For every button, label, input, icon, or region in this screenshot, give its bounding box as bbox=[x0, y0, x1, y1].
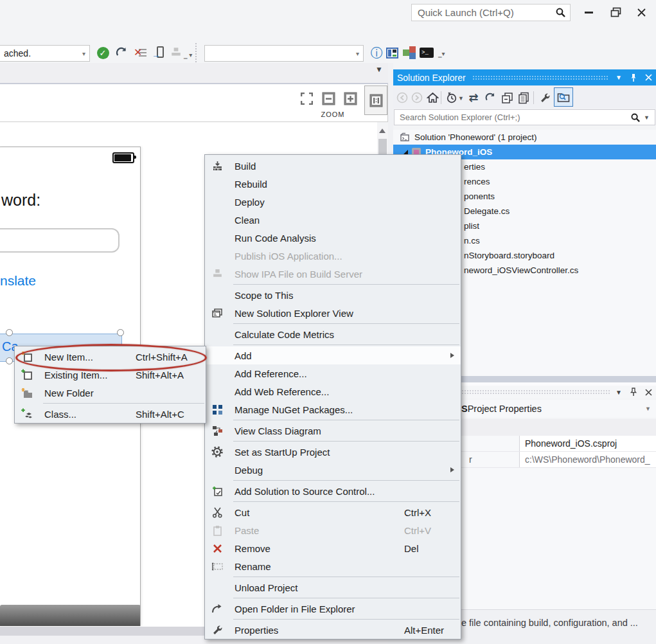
menu-separator bbox=[43, 403, 204, 404]
folder-magnifier-icon bbox=[557, 91, 570, 103]
search-icon[interactable] bbox=[555, 7, 566, 18]
property-value[interactable]: c:\WS\Phoneword\Phoneword_ bbox=[519, 452, 656, 467]
menu-item-cut[interactable]: Cut Ctrl+X bbox=[205, 503, 461, 521]
zoom-out-button[interactable] bbox=[320, 90, 337, 107]
close-icon[interactable] bbox=[645, 389, 652, 396]
submenu-arrow-icon bbox=[450, 353, 454, 358]
phone-text-field[interactable] bbox=[0, 228, 120, 253]
forward-icon[interactable] bbox=[410, 91, 424, 105]
show-all-files-icon[interactable] bbox=[517, 91, 531, 105]
selection-handle[interactable] bbox=[6, 357, 13, 364]
wrench-icon bbox=[211, 624, 223, 636]
sync-active-document-icon[interactable]: ⇄ bbox=[466, 91, 481, 105]
restore-button[interactable] bbox=[607, 5, 625, 19]
collapse-all-icon[interactable] bbox=[500, 91, 514, 105]
menu-separator bbox=[233, 344, 459, 345]
menu-item-add-web-reference[interactable]: Add Web Reference... bbox=[205, 382, 461, 400]
menu-item-open-folder[interactable]: Open Folder in File Explorer bbox=[205, 600, 461, 618]
menu-item-rebuild[interactable]: Rebuild bbox=[205, 175, 461, 193]
refresh-button[interactable] bbox=[114, 45, 129, 60]
menu-item-manage-nuget[interactable]: Manage NuGet Packages... bbox=[205, 400, 461, 418]
green-check-icon: ✓ bbox=[97, 47, 109, 59]
info-icon: ⓘ bbox=[371, 47, 383, 59]
clear-list-button[interactable]: ✕ bbox=[132, 45, 148, 60]
forms-designer-button[interactable] bbox=[384, 45, 400, 60]
menu-item-calculate-code-metrics[interactable]: Calculate Code Metrics bbox=[205, 325, 461, 343]
menu-item-scope-to-this[interactable]: Scope to This bbox=[205, 286, 461, 304]
submenu-item-new-folder[interactable]: New Folder bbox=[15, 384, 206, 402]
menu-item-set-as-startup[interactable]: Set as StartUp Project bbox=[205, 443, 461, 461]
solution-explorer-titlebar[interactable]: Solution Explorer ▼ bbox=[393, 69, 656, 85]
console-button[interactable]: >_ bbox=[419, 45, 434, 60]
preview-selected-items-button[interactable] bbox=[554, 87, 573, 107]
menu-item-deploy[interactable]: Deploy bbox=[205, 193, 461, 211]
refresh-icon[interactable] bbox=[483, 91, 497, 105]
info-button[interactable]: ⓘ bbox=[369, 45, 384, 60]
solution-explorer-search[interactable]: Search Solution Explorer (Ctrl+;) ▼ bbox=[394, 109, 655, 125]
toolbar-grip[interactable] bbox=[195, 42, 197, 63]
debug-target-combobox[interactable]: ached. ▾ bbox=[0, 45, 90, 62]
deploy-device-button[interactable]: → bbox=[150, 45, 166, 60]
expander-icon[interactable] bbox=[403, 150, 408, 154]
toolbar-overflow-button[interactable]: ‗ ▾ bbox=[184, 51, 192, 58]
phone-bottom-bar bbox=[0, 605, 141, 626]
menu-item-debug[interactable]: Debug bbox=[205, 461, 461, 479]
run-checks-button[interactable]: ✓ bbox=[95, 45, 111, 60]
menu-item-paste[interactable]: Paste Ctrl+V bbox=[205, 521, 461, 539]
menu-separator bbox=[233, 480, 459, 481]
menu-item-unload-project[interactable]: Unload Project bbox=[205, 578, 461, 596]
selection-handle[interactable] bbox=[6, 329, 13, 336]
properties-wrench-icon[interactable] bbox=[538, 91, 552, 105]
menu-item-add[interactable]: Add bbox=[205, 346, 461, 364]
quick-launch-box[interactable]: Quick Launch (Ctrl+Q) bbox=[411, 4, 571, 21]
back-icon[interactable] bbox=[395, 91, 409, 105]
zoom-in-button[interactable] bbox=[342, 90, 359, 107]
minimize-button[interactable] bbox=[580, 5, 598, 19]
toolbar-overflow-button-2[interactable]: ‗▾ bbox=[438, 50, 445, 57]
menu-item-remove[interactable]: Remove Del bbox=[205, 539, 461, 557]
chevron-down-icon[interactable]: ▼ bbox=[458, 95, 464, 102]
restore-icon bbox=[610, 7, 621, 18]
toolbar-separator bbox=[533, 91, 534, 104]
stamp-disabled-button[interactable] bbox=[168, 45, 184, 60]
menu-item-build[interactable]: Build bbox=[205, 157, 461, 175]
gear-icon bbox=[211, 446, 223, 458]
property-value[interactable]: Phoneword_iOS.csproj bbox=[519, 436, 656, 451]
menu-item-add-to-source-control[interactable]: Add Solution to Source Control... bbox=[205, 482, 461, 500]
close-button[interactable] bbox=[632, 5, 650, 19]
quick-launch-placeholder: Quick Launch (Ctrl+Q) bbox=[418, 7, 514, 18]
menu-item-new-solution-explorer-view[interactable]: New Solution Explorer View bbox=[205, 304, 461, 322]
menu-item-publish-ios[interactable]: Publish iOS Application... bbox=[205, 247, 461, 265]
home-icon[interactable] bbox=[425, 91, 439, 105]
menu-item-run-code-analysis[interactable]: Run Code Analysis bbox=[205, 229, 461, 247]
close-icon[interactable] bbox=[645, 74, 652, 81]
menu-item-rename[interactable]: Rename bbox=[205, 557, 461, 575]
object-name-fragment: S bbox=[461, 404, 468, 414]
menu-item-view-class-diagram[interactable]: View Class Diagram bbox=[205, 422, 461, 440]
menu-separator bbox=[233, 284, 459, 285]
zoom-fit-button[interactable] bbox=[298, 90, 315, 107]
pin-icon[interactable] bbox=[630, 73, 637, 82]
toolbar-combobox-2[interactable]: ▾ bbox=[204, 45, 364, 62]
pin-icon[interactable] bbox=[630, 388, 637, 397]
chevron-down-icon[interactable]: ▼ bbox=[644, 114, 650, 121]
solution-explorer-title: Solution Explorer bbox=[397, 73, 466, 83]
curved-arrow-icon bbox=[211, 603, 223, 614]
chevron-down-icon[interactable]: ▼ bbox=[616, 389, 622, 396]
pending-changes-filter-icon[interactable] bbox=[445, 91, 459, 105]
menu-item-properties[interactable]: Properties Alt+Enter bbox=[205, 621, 461, 639]
zoom-actual-size-button[interactable] bbox=[364, 85, 387, 115]
scroll-up-icon[interactable] bbox=[379, 129, 386, 133]
menu-item-add-reference[interactable]: Add Reference... bbox=[205, 364, 461, 382]
phone-translate-link-fragment[interactable]: nslate bbox=[0, 273, 36, 289]
menu-item-clean[interactable]: Clean bbox=[205, 211, 461, 229]
menu-item-show-ipa[interactable]: Show IPA File on Build Server bbox=[205, 265, 461, 283]
document-overflow-button[interactable]: ▼ bbox=[375, 65, 383, 74]
search-icon[interactable] bbox=[630, 112, 641, 123]
selection-handle[interactable] bbox=[117, 329, 124, 336]
tree-row-solution[interactable]: Solution 'Phoneword' (1 project) bbox=[393, 130, 656, 145]
submenu-item-class[interactable]: Class... Shift+Alt+C bbox=[15, 405, 206, 423]
chevron-down-icon[interactable]: ▼ bbox=[616, 74, 622, 81]
components-button[interactable] bbox=[402, 45, 417, 60]
scissors-icon bbox=[211, 506, 223, 518]
